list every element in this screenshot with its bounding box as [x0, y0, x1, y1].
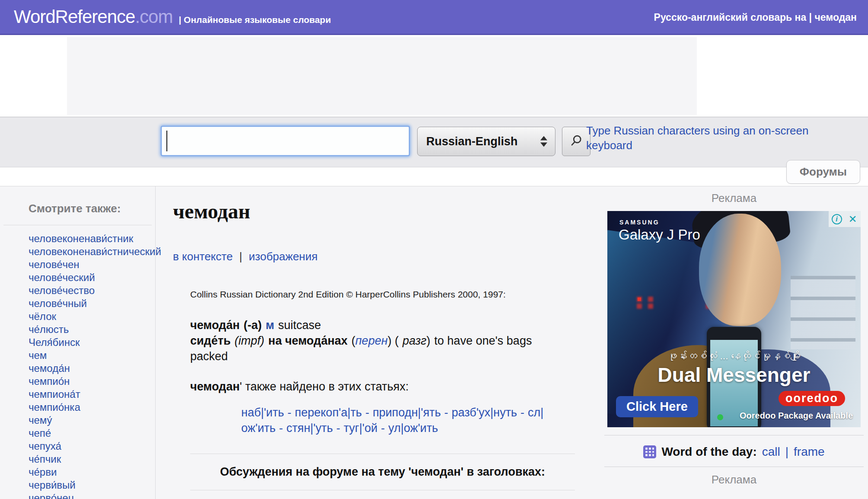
sidebar-heading: Смотрите также:: [29, 202, 155, 215]
site-logo[interactable]: WordReference.com | Онлайновые языковые …: [14, 6, 331, 27]
sidebar-word-link[interactable]: челове́ческий: [29, 271, 155, 284]
right-divider-top: [604, 435, 864, 435]
sidebar-word-link[interactable]: челове́чество: [29, 284, 155, 297]
wotd-call-link[interactable]: call: [762, 445, 780, 459]
sidebar-word-link[interactable]: че́пчик: [29, 453, 155, 466]
dictionary-entry-column: чемодан в контексте | изображения Collin…: [156, 186, 600, 499]
top-ad-placeholder: [67, 37, 697, 115]
related-word-link[interactable]: стян|'уть: [286, 422, 333, 435]
also-found-links: наб|'ить-перекоп'а|ть-приподн|'ять-разб'…: [241, 405, 544, 436]
peren-link[interactable]: перен: [355, 334, 388, 347]
messenger-app-icon: [717, 414, 723, 420]
sidebar-word-link[interactable]: человеконенави́стнический: [29, 245, 155, 258]
sidebar-word-link[interactable]: чепе́: [29, 427, 155, 440]
also-found-heading: чемодан' также найдено в этих статьях:: [190, 380, 600, 393]
sidebar-word-link[interactable]: чёлок: [29, 310, 155, 323]
sidebar-word-link[interactable]: чему́: [29, 414, 155, 427]
ooredoo-package-text: Ooredoo Package Available: [740, 411, 853, 421]
related-word-link[interactable]: ул|ож'ить: [388, 422, 438, 435]
entry-line-1: чемода́н(-а)мsuitcase: [190, 318, 549, 333]
forum-divider-top: [190, 454, 575, 454]
logo-suffix: .com: [135, 6, 172, 27]
sidebar-word-link[interactable]: чемпиона́т: [29, 388, 155, 401]
site-header: WordReference.com | Онлайновые языковые …: [0, 0, 868, 35]
sidebar-word-list: человеконенави́стник человеконенави́стни…: [29, 232, 155, 499]
search-input[interactable]: [163, 128, 407, 154]
gender-marker: м: [266, 319, 274, 332]
top-banner-strip: [0, 36, 868, 117]
sidebar-word-link[interactable]: чемпио́н: [29, 375, 155, 388]
galaxy-product-text: Galaxy J Pro: [619, 227, 700, 243]
right-divider-bottom: [604, 467, 864, 467]
text-cursor: [166, 131, 167, 151]
content-area: Смотрите также: человеконенави́стник чел…: [0, 186, 868, 499]
related-word-link[interactable]: туг|'ой: [344, 422, 377, 435]
wotd-label: Word of the day:: [661, 445, 756, 459]
man-face: [699, 214, 781, 326]
related-word-link[interactable]: разб'ух|нуть: [452, 406, 517, 419]
sidebar-word-link[interactable]: чепуха́: [29, 440, 155, 453]
sidebar-word-link[interactable]: человеконенави́стник: [29, 232, 155, 245]
images-link[interactable]: изображения: [249, 250, 318, 263]
calendar-icon: [643, 445, 656, 458]
sidebar-word-link[interactable]: че́люсть: [29, 323, 155, 336]
ad-column: Реклама SAMSUNG Galaxy J Pro i ✕ ဖ: [600, 186, 868, 499]
sidebar-word-link[interactable]: челове́чен: [29, 258, 155, 271]
forum-divider-bottom: [190, 490, 575, 490]
search-icon: [570, 134, 583, 149]
ad-label-top: Реклама: [600, 192, 868, 205]
sidebar-word-link[interactable]: черво́нец: [29, 492, 155, 499]
sidebar-word-link[interactable]: че́рви: [29, 466, 155, 479]
sidebar-see-also: Смотрите также: человеконенави́стник чел…: [0, 186, 156, 499]
samsung-brand-text: SAMSUNG: [619, 219, 660, 226]
ooredoo-logo: ooredoo: [779, 391, 845, 406]
dictionary-select[interactable]: Russian-English: [417, 127, 555, 156]
dictionary-attribution: Collins Russian Dictionary 2nd Edition ©…: [190, 289, 600, 300]
entry-toolbar: в контексте | изображения: [173, 250, 600, 263]
entry-line-2: сиде́ть(impf)на чемода́нах(перен) (разг)…: [190, 333, 549, 365]
link-divider: |: [239, 250, 243, 263]
ad-controls: i ✕: [829, 211, 861, 227]
office-shelf: [791, 276, 855, 349]
search-input-wrap: [161, 126, 410, 156]
related-word-link[interactable]: наб|'ить: [241, 406, 284, 419]
ad-label-bottom: Реклама: [600, 473, 868, 486]
sidebar-word-link[interactable]: черви́вый: [29, 479, 155, 492]
ad-burmese-text: ဖုန်းတစ်လုံး ... နေထိုင်မှုနှစ်မျိုး: [607, 350, 861, 362]
sidebar-word-link[interactable]: чемода́н: [29, 362, 155, 375]
ad-headline: Dual Messenger: [607, 363, 861, 387]
forum-discussions-box: Обсуждения на форуме на тему 'чемодан' в…: [190, 454, 575, 499]
site-tagline: | Онлайновые языковые словари: [179, 15, 331, 25]
word-of-the-day: Word of the day: call | frame: [600, 445, 868, 459]
wotd-divider: |: [785, 445, 788, 459]
onscreen-keyboard-link[interactable]: Type Russian characters using an on-scre…: [586, 123, 833, 153]
related-word-link[interactable]: перекоп'а|ть: [295, 406, 362, 419]
related-word-link[interactable]: приподн|'ять: [373, 406, 441, 419]
ad-close-icon[interactable]: ✕: [845, 211, 861, 227]
forum-heading: Обсуждения на форуме на тему 'чемодан' в…: [190, 465, 575, 479]
sidebar-word-link[interactable]: Челя́бинск: [29, 336, 155, 349]
wotd-frame-link[interactable]: frame: [794, 445, 825, 459]
sidebar-word-link[interactable]: челове́чный: [29, 297, 155, 310]
search-section: Russian-English Type Russian characters …: [0, 117, 868, 167]
page-title-header: Русско-английский словарь на | чемодан: [654, 0, 857, 35]
logo-text: WordReference: [14, 6, 135, 27]
sidebar-divider: [3, 225, 152, 225]
dictionary-entries: чемода́н(-а)мsuitcase сиде́ть(impf)на че…: [190, 318, 549, 365]
page-title: чемодан: [173, 199, 600, 223]
adchoices-info-icon[interactable]: i: [829, 211, 845, 227]
select-arrows-icon: [540, 136, 547, 147]
dictionary-select-value: Russian-English: [426, 135, 518, 148]
stage-lights: [638, 297, 641, 301]
sidebar-word-link[interactable]: чем: [29, 349, 155, 362]
click-here-button[interactable]: Click Here: [616, 396, 698, 417]
forums-button[interactable]: Форумы: [786, 160, 860, 184]
samsung-ad-banner[interactable]: SAMSUNG Galaxy J Pro i ✕ ဖုန်းတစ်လုံး ..…: [607, 211, 861, 427]
in-context-link[interactable]: в контексте: [173, 250, 233, 263]
sidebar-word-link[interactable]: чемпио́нка: [29, 401, 155, 414]
